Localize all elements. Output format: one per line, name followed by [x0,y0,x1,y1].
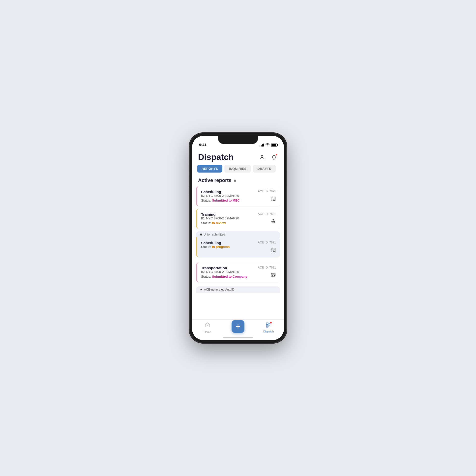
notch [218,136,258,144]
svg-point-3 [273,219,274,220]
svg-rect-10 [266,325,268,326]
report-card-4[interactable]: Transportation ID: NYC 8700-2 09MAR20 St… [196,262,280,282]
section-title: Active reports [198,178,232,183]
union-submitted-badge: Union submitted [196,231,280,238]
chevron-up-icon[interactable]: ∧ [234,178,237,183]
report-id-2: ID: NYC 8700-2 09MAR20 [201,216,258,220]
tab-reports[interactable]: REPORTS [197,165,222,173]
tabs-container: REPORTS INQUIRIES DRAFTS [192,165,284,177]
report-title-2: Training [201,212,258,216]
ace-generated-badge: ★ ACE-generated AutoID [196,286,280,293]
profile-button[interactable] [258,153,266,161]
status-icons [260,143,277,147]
report-id-1: ID: NYC 8700-2 09MAR20 [201,194,258,198]
header-icons [258,153,278,161]
report-status-4: Status: Submitted to Company [201,275,258,278]
calendar-icon-1 [270,196,276,203]
nav-home-label: Home [204,330,211,333]
anchor-icon-2 [270,219,276,225]
home-icon [205,322,210,329]
nav-add[interactable] [223,322,253,333]
report-card-2[interactable]: Training ID: NYC 8700-2 09MAR20 Status: … [196,209,280,229]
dispatch-icon-wrapper [266,322,271,329]
battery-icon [271,144,277,147]
ace-id-3: ACE ID: 7691 [258,241,276,244]
notification-dot [275,154,277,156]
report-title-4: Transportation [201,266,258,270]
report-status-2: Status: In review [201,221,258,225]
ace-id-4: ACE ID: 7691 [258,266,276,269]
home-indicator [223,337,253,338]
report-card-3[interactable]: Scheduling Status: In progress ACE ID: 7… [196,237,280,257]
report-status-1: Status: Submitted to MEC [201,199,258,202]
report-id-4: ID: NYC 8700-2 09MAR20 [201,270,258,274]
report-title-1: Scheduling [201,190,258,194]
dispatch-notification-dot [270,322,272,324]
app-content: Dispatch [192,148,284,340]
nav-dispatch-label: Dispatch [263,330,274,333]
report-status-3: Status: In progress [201,245,258,249]
calendar-icon-3 [270,247,276,254]
page-title: Dispatch [198,152,234,162]
app-header: Dispatch [192,148,284,165]
ace-id-2: ACE ID: 7691 [258,212,276,216]
status-time: 9:41 [199,143,207,147]
tab-inquiries[interactable]: INQUIRIES [224,165,251,173]
report-card-1[interactable]: Scheduling ID: NYC 8700-2 09MAR20 Status… [196,186,280,206]
nav-dispatch[interactable]: Dispatch [253,322,284,333]
svg-point-2 [273,199,275,201]
svg-rect-11 [266,326,268,327]
tab-drafts[interactable]: DRAFTS [253,165,276,173]
wifi-icon [266,143,269,147]
signal-bars-icon [260,144,264,147]
notifications-button[interactable] [270,153,278,161]
phone-wrapper: 9:41 Dispa [190,133,286,343]
union-dot [200,234,202,236]
bus-icon-4 [270,272,276,279]
ace-id-1: ACE ID: 7691 [258,190,276,193]
reports-list: Scheduling ID: NYC 8700-2 09MAR20 Status… [192,186,284,319]
section-header: Active reports ∧ [192,177,284,186]
add-button[interactable] [232,320,244,333]
nav-home[interactable]: Home [192,322,223,333]
phone-screen: 9:41 Dispa [192,136,284,340]
report-title-3: Scheduling [201,241,258,245]
svg-point-0 [261,155,263,157]
svg-rect-9 [266,323,268,324]
svg-point-8 [274,275,275,276]
svg-point-7 [272,275,273,276]
